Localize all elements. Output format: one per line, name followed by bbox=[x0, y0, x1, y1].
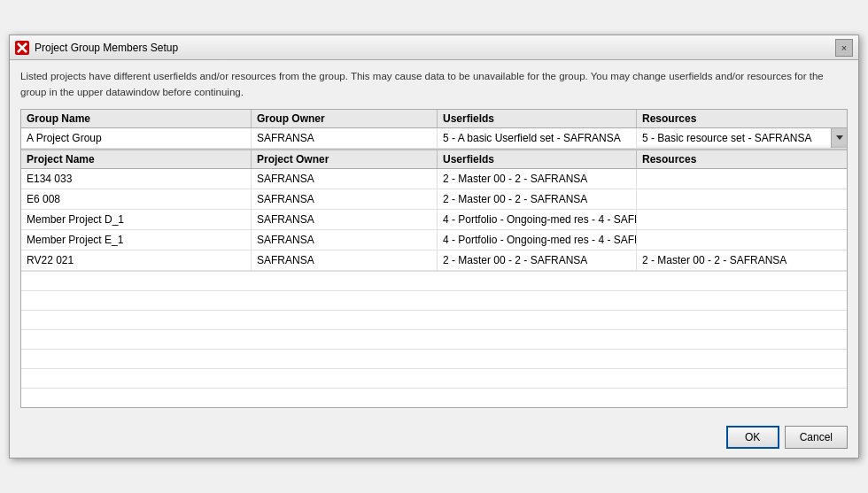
ok-button[interactable]: OK bbox=[726, 426, 779, 449]
group-userfields-cell: 5 - A basic Userfield set - SAFRANSA bbox=[438, 128, 637, 148]
main-grid: Group Name Group Owner Userfields Resour… bbox=[20, 109, 848, 408]
proj0-owner: SAFRANSA bbox=[252, 169, 438, 189]
empty-row-2 bbox=[21, 290, 847, 310]
proj1-owner: SAFRANSA bbox=[252, 189, 438, 209]
group-data-row: A Project Group SAFRANSA 5 - A basic Use… bbox=[21, 128, 847, 149]
empty-row-5 bbox=[21, 349, 847, 368]
group-table-header: Group Name Group Owner Userfields Resour… bbox=[21, 110, 847, 128]
project-row-1: E6 008 SAFRANSA 2 - Master 00 - 2 - SAFR… bbox=[21, 189, 847, 210]
cancel-button[interactable]: Cancel bbox=[785, 426, 848, 449]
group-name-header: Group Name bbox=[21, 110, 252, 127]
group-resources-value: 5 - Basic resource set - SAFRANSA bbox=[637, 129, 831, 147]
dialog-title: Project Group Members Setup bbox=[35, 42, 178, 54]
project-row-2: Member Project D_1 SAFRANSA 4 - Portfoli… bbox=[21, 210, 847, 230]
proj0-name: E134 033 bbox=[21, 169, 252, 189]
proj1-userfields: 2 - Master 00 - 2 - SAFRANSA bbox=[438, 189, 637, 209]
info-text: Listed projects have different userfield… bbox=[20, 69, 848, 100]
dialog-footer: OK Cancel bbox=[10, 419, 858, 458]
proj0-userfields: 2 - Master 00 - 2 - SAFRANSA bbox=[438, 169, 637, 189]
title-bar-left: Project Group Members Setup bbox=[15, 41, 178, 55]
proj3-owner: SAFRANSA bbox=[252, 230, 438, 250]
resources-dropdown-button[interactable]: 5 - Basic resource set - SAFRANSA 5 - Ba… bbox=[831, 128, 847, 148]
project-owner-header: Project Owner bbox=[252, 150, 438, 168]
empty-row-1 bbox=[21, 271, 847, 290]
proj4-name: RV22 021 bbox=[21, 250, 252, 270]
proj4-owner: SAFRANSA bbox=[252, 250, 438, 270]
dropdown-arrow-icon bbox=[836, 135, 843, 140]
proj2-owner: SAFRANSA bbox=[252, 210, 438, 229]
close-button[interactable]: × bbox=[835, 39, 853, 57]
project-group-members-dialog: Project Group Members Setup × Listed pro… bbox=[9, 35, 859, 458]
group-owner-cell: SAFRANSA bbox=[252, 128, 438, 148]
empty-row-7 bbox=[21, 388, 847, 407]
group-resources-header: Resources bbox=[637, 110, 847, 127]
proj4-resources: 2 - Master 00 - 2 - SAFRANSA bbox=[637, 250, 847, 270]
proj2-resources bbox=[637, 210, 847, 229]
proj1-name: E6 008 bbox=[21, 189, 252, 209]
project-name-header: Project Name bbox=[21, 150, 252, 168]
proj3-resources bbox=[637, 230, 847, 250]
app-icon bbox=[15, 41, 29, 55]
project-row-3: Member Project E_1 SAFRANSA 4 - Portfoli… bbox=[21, 230, 847, 250]
proj2-name: Member Project D_1 bbox=[21, 210, 252, 229]
project-userfields-header: Userfields bbox=[438, 150, 637, 168]
proj2-userfields: 4 - Portfolio - Ongoing-med res - 4 - SA… bbox=[438, 210, 637, 229]
project-row-0: E134 033 SAFRANSA 2 - Master 00 - 2 - SA… bbox=[21, 169, 847, 189]
group-userfields-header: Userfields bbox=[438, 110, 637, 127]
dialog-body: Listed projects have different userfield… bbox=[10, 60, 858, 419]
project-row-4: RV22 021 SAFRANSA 2 - Master 00 - 2 - SA… bbox=[21, 250, 847, 271]
group-name-cell: A Project Group bbox=[21, 128, 252, 148]
proj4-userfields: 2 - Master 00 - 2 - SAFRANSA bbox=[438, 250, 637, 270]
empty-row-6 bbox=[21, 368, 847, 388]
title-bar: Project Group Members Setup × bbox=[10, 35, 858, 60]
project-resources-header: Resources bbox=[637, 150, 847, 168]
project-table-header: Project Name Project Owner Userfields Re… bbox=[21, 150, 847, 169]
empty-row-3 bbox=[21, 310, 847, 329]
proj3-name: Member Project E_1 bbox=[21, 230, 252, 250]
empty-row-4 bbox=[21, 329, 847, 349]
group-resources-cell[interactable]: 5 - Basic resource set - SAFRANSA 5 - Ba… bbox=[637, 128, 847, 148]
proj1-resources bbox=[637, 189, 847, 209]
group-owner-header: Group Owner bbox=[252, 110, 438, 127]
proj0-resources bbox=[637, 169, 847, 189]
proj3-userfields: 4 - Portfolio - Ongoing-med res - 4 - SA… bbox=[438, 230, 637, 250]
